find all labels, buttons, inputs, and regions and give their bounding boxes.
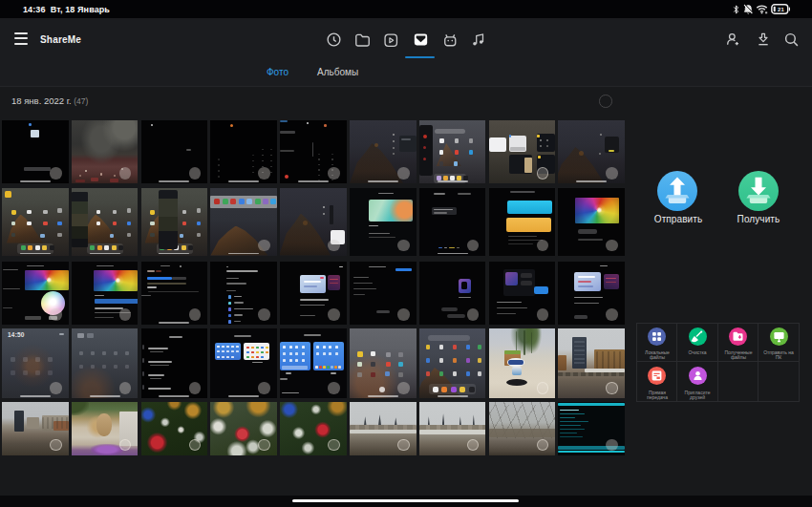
svg-text:21: 21 bbox=[778, 7, 784, 12]
